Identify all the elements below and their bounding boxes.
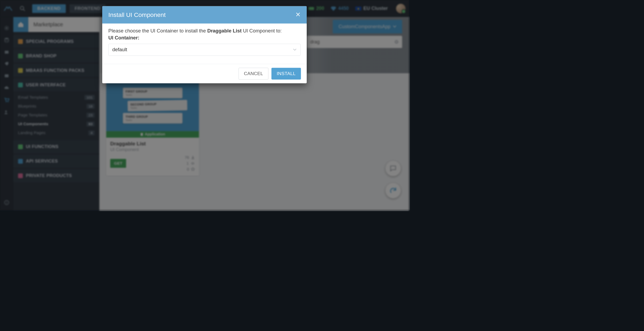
install-button[interactable]: INSTALL [272,68,301,80]
cancel-button[interactable]: CANCEL [239,68,268,80]
install-modal: Install UI Component Please choose the U… [102,6,307,83]
modal-title: Install UI Component [108,11,166,19]
ui-container-select[interactable]: default [108,44,301,56]
close-icon [295,12,301,17]
select-value: default [112,47,127,53]
modal-prompt: Please choose the UI Container to instal… [108,28,301,34]
field-label: UI Container: [108,35,301,41]
close-button[interactable] [295,12,301,18]
chevron-down-icon [293,48,297,51]
